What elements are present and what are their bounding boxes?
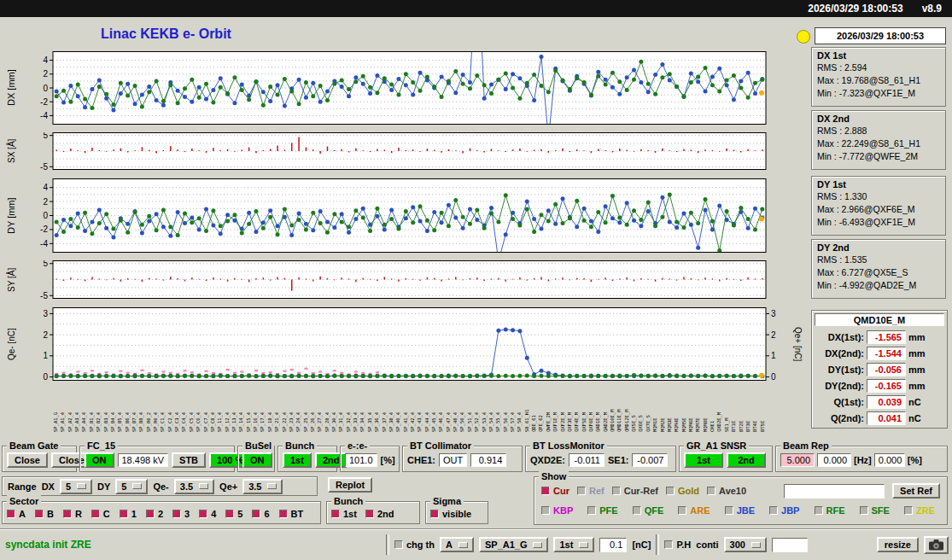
sector-checkbox-c[interactable]: C (91, 509, 110, 519)
range-qe-plus-select[interactable]: 3.5 (242, 479, 283, 494)
sigma-visible-checkbox[interactable]: visible (430, 509, 471, 519)
sector-checkbox-b[interactable]: B (35, 509, 54, 519)
station-label: QWFE_2M (546, 382, 552, 432)
range-dx-label: DX (42, 481, 55, 492)
station-label: CHE1 (710, 382, 715, 432)
sector-checkbox-1[interactable]: 1 (120, 509, 137, 519)
range-dy-label: DY (97, 481, 110, 492)
sector-label: B (47, 509, 54, 519)
sy-plot: 5-5 (24, 260, 779, 299)
busel-title: BuSel (242, 440, 274, 452)
fc15-kv-value: 18.498 kV (118, 453, 169, 467)
station-label: SP_54_4 (488, 382, 494, 432)
checkbox-box (725, 506, 733, 515)
monitor-row: DY(1st): -0.056 mm (815, 361, 944, 377)
station-label: QXF4E_M (574, 382, 580, 432)
show-rfe-checkbox[interactable]: RFE (815, 505, 845, 516)
station-label: SP_B6_4 (125, 382, 131, 432)
station-label: SP_12_4 (225, 382, 231, 432)
show-ref-checkbox[interactable]: Ref (577, 486, 604, 496)
checkbox-box (91, 510, 100, 518)
sector-checkbox-2[interactable]: 2 (146, 509, 163, 519)
sector-checkbox-4[interactable]: 4 (199, 509, 216, 519)
sector-checkbox-bt[interactable]: BT (279, 509, 304, 519)
beam-gate-group: Beam Gate Close Close (2, 446, 77, 472)
misc-input[interactable] (772, 538, 808, 552)
checkbox-box (199, 510, 207, 518)
station-label: QX6E_S (638, 382, 644, 432)
range-dy-select[interactable]: 5 (115, 479, 148, 494)
bunch-2nd-checkbox[interactable]: 2nd (365, 509, 394, 519)
sector-label: 3 (184, 509, 190, 519)
station-label: SP_C6_4 (196, 382, 201, 432)
bunch-filter-group: Bunch 1st 2nd (326, 501, 420, 524)
resize-button[interactable]: resize (877, 537, 919, 552)
bunch-1st-label: 1st (343, 509, 357, 519)
screenshot-button[interactable] (924, 536, 949, 554)
show-ave10-checkbox[interactable]: Ave10 (707, 486, 746, 496)
ph-checkbox[interactable]: P.H (664, 540, 691, 550)
svg-text:1: 1 (43, 351, 48, 360)
sector-label: 2 (158, 509, 163, 519)
show-kbp-checkbox[interactable]: KBP (541, 505, 573, 516)
show-jbe-checkbox[interactable]: JBE (725, 505, 755, 516)
set-ref-button[interactable]: Set Ref (892, 483, 940, 499)
show-sfe-checkbox[interactable]: SFE (860, 505, 890, 516)
show-cur-checkbox[interactable]: Cur (541, 486, 569, 496)
monitor-row-unit: mm (908, 332, 926, 342)
station-label: QXF3E_M (567, 382, 573, 432)
stats-title: DX 2nd (817, 114, 940, 124)
sector-checkbox-a[interactable]: A (7, 509, 26, 519)
station-label: SP_R0_4 (153, 382, 159, 432)
sector-checkbox-r[interactable]: R (63, 509, 82, 519)
show-sfe-label: SFE (872, 505, 890, 516)
beam-gate-close-button-1[interactable]: Close (7, 452, 48, 468)
show-zre-checkbox[interactable]: ZRE (904, 505, 935, 516)
sector-select[interactable]: A (440, 537, 474, 552)
fc15-on-button[interactable]: ON (85, 452, 114, 468)
gr-2nd-button[interactable]: 2nd (727, 452, 766, 468)
range-label: Range (8, 481, 37, 492)
range-dx-select[interactable]: 5 (60, 479, 92, 494)
show-rfe-label: RFE (826, 505, 845, 516)
gr-1st-button[interactable]: 1st (684, 452, 723, 468)
bunch-select[interactable]: 1st (553, 537, 594, 552)
station-label: QXF6E_M (588, 382, 594, 432)
station-label: SP_A2_4 (67, 382, 73, 432)
checkbox-box (35, 510, 44, 518)
show-are-checkbox[interactable]: ARE (678, 505, 710, 516)
show-kbp-label: KBP (553, 505, 573, 516)
station-select[interactable]: SP_A1_G (479, 537, 549, 552)
fc15-stb-button[interactable]: STB (172, 452, 206, 468)
svg-text:3: 3 (43, 309, 48, 318)
show-qfe-checkbox[interactable]: QFE (633, 505, 664, 516)
bunch-1st-checkbox[interactable]: 1st (331, 509, 357, 519)
station-label: QX5E_S (631, 382, 637, 432)
show-ave10-label: Ave10 (719, 486, 746, 496)
station-label: SP_13_4 (231, 382, 237, 432)
threshold-input[interactable] (599, 538, 627, 552)
beam-rep-actual-value: 0.000 (817, 453, 851, 467)
station-label: MQM2E (660, 382, 666, 432)
sector-checkbox-3[interactable]: 3 (172, 509, 190, 519)
range-qe-minus-select[interactable]: 3.5 (174, 479, 214, 494)
ref-name-input[interactable] (784, 484, 885, 499)
show-gold-checkbox[interactable]: Gold (666, 486, 699, 496)
sector-group: Sector A B R C 1 2 3 4 5 6 BT (2, 501, 321, 524)
interval-select[interactable]: 300 (724, 537, 767, 552)
replot-button[interactable]: Replot (328, 477, 372, 493)
bunch-1st-button[interactable]: 1st (283, 452, 312, 468)
show-cur-ref-checkbox[interactable]: Cur-Ref (612, 486, 658, 496)
busel-group: BuSel ON (237, 446, 275, 472)
range-dx-value: 5 (66, 481, 71, 492)
show-pfe-checkbox[interactable]: PFE (587, 505, 617, 516)
sector-checkbox-6[interactable]: 6 (252, 509, 269, 519)
sector-checkbox-5[interactable]: 5 (225, 509, 242, 519)
bt-lossmonitor-group: BT LossMonitor QXD2E: -0.011 SE1: -0.007 (525, 446, 676, 472)
chg-th-checkbox[interactable]: chg th (394, 540, 435, 550)
show-jbp-checkbox[interactable]: JBP (769, 505, 799, 516)
station-label: SP_C8_4 (210, 382, 216, 432)
range-qe-minus-value: 3.5 (180, 481, 193, 492)
busel-on-button[interactable]: ON (242, 452, 272, 468)
sector-label: C (103, 509, 110, 519)
